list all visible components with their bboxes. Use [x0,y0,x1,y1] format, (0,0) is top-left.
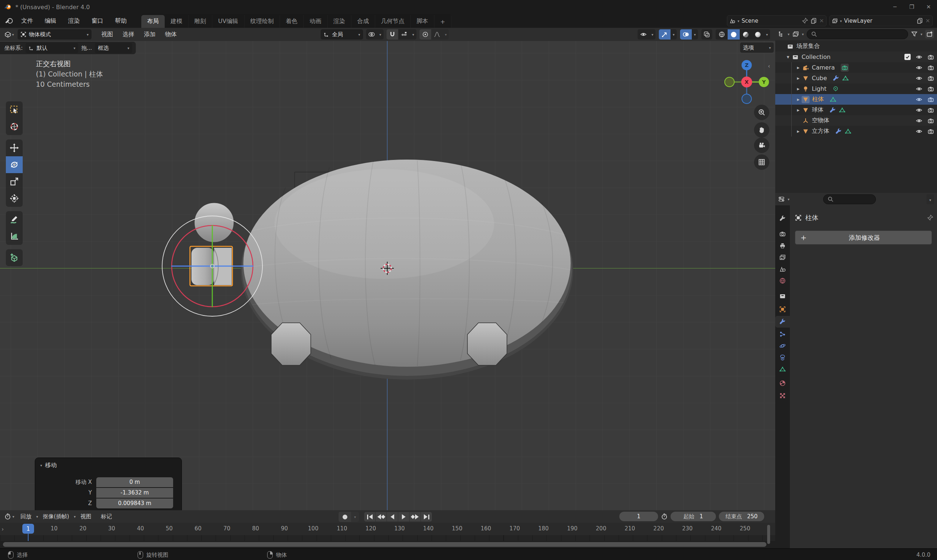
outliner-display-mode-icon[interactable] [778,31,785,37]
menu-keying[interactable]: 抠像(插帧) [38,510,74,523]
hide-eye-icon[interactable] [916,75,922,82]
properties-editor-icon[interactable] [778,196,785,202]
tool-rotate[interactable] [6,156,23,173]
sphere-object[interactable] [194,203,234,242]
item-label[interactable]: Cube [812,75,827,82]
tab-tool[interactable] [775,213,790,225]
disable-render-icon[interactable] [928,107,934,114]
item-label[interactable]: 球体 [812,106,823,114]
hide-eye-icon[interactable] [916,107,922,114]
outliner-row-scene-collection[interactable]: 场景集合 [775,41,937,52]
hide-eye-icon[interactable] [916,86,922,92]
disable-render-icon[interactable] [928,75,934,82]
menu-select[interactable]: 选择 [118,28,139,41]
shading-dropdown[interactable]: ▾ [764,29,770,40]
tab-compositing[interactable]: 合成 [351,15,375,28]
tool-scale[interactable] [6,173,23,190]
menu-file[interactable]: 文件 [15,14,39,28]
drag-mode-select[interactable]: 框选 ▾ [95,43,132,53]
properties-options-dropdown[interactable]: ▾ [926,194,934,204]
properties-search-input[interactable] [823,194,876,204]
disable-render-icon[interactable] [928,86,934,92]
filter-funnel-icon[interactable] [911,31,918,37]
tab-view-layer[interactable] [775,251,790,263]
menu-view[interactable]: 视图 [76,510,96,523]
falloff-dropdown[interactable] [431,29,443,40]
current-frame-field[interactable]: 1 [619,512,658,521]
mode-dropdown[interactable]: 物体模式 ▾ [18,29,91,40]
tab-object[interactable] [775,303,790,315]
tab-physics[interactable] [775,340,790,352]
snap-target-dropdown-chevron[interactable]: ▾ [410,29,417,40]
tool-move[interactable] [6,140,23,156]
disclosure-closed-icon[interactable]: ▶ [796,77,801,80]
tab-scene[interactable] [775,263,790,275]
leg-sphere-left[interactable] [271,323,311,365]
tab-animation[interactable]: 动画 [304,15,328,28]
item-label[interactable]: Light [812,85,826,92]
rotate-gizmo[interactable] [162,216,262,316]
collapse-icon[interactable]: ▾ [40,463,42,468]
item-label[interactable]: Collection [802,54,831,60]
breadcrumb-object-name[interactable]: 柱体 [805,213,819,222]
hide-eye-icon[interactable] [916,65,922,71]
outliner-row-cube[interactable]: ▶ Cube [775,73,937,83]
outliner-row-sphere[interactable]: ▶ 球体 [775,105,937,115]
zoom-button[interactable] [754,105,769,120]
outliner-row-empty[interactable]: 空物体 [775,115,937,126]
move-z-field[interactable]: 0.009843 m [96,498,173,508]
disclosure-closed-icon[interactable]: ▶ [796,108,801,112]
shading-rendered-button[interactable] [752,29,764,40]
disclosure-closed-icon[interactable]: ▶ [796,87,801,91]
timeline-tick-strip[interactable] [0,535,775,541]
axis-neg-y-ball[interactable] [725,77,734,87]
outliner-search-input[interactable] [807,29,908,39]
proportional-edit-toggle[interactable] [420,29,431,40]
tab-layout[interactable]: 布局 [141,15,165,28]
tool-cursor[interactable] [6,118,23,135]
outliner-row-camera[interactable]: ▶ Camera [775,62,937,73]
show-gizmo-toggle[interactable] [659,29,671,40]
timeline-ruler[interactable]: 1 › 102030405060708090100110120130140150… [0,523,775,535]
playhead[interactable]: 1 [22,524,34,534]
3d-viewport[interactable]: 坐标系: 默认 ▾ 拖... 框选 ▾ 选项 ▾ 正交右视图 (1) Colle… [0,41,775,510]
snap-toggle[interactable] [386,29,398,40]
outliner-row-collection[interactable]: ▼ Collection [775,52,937,62]
object-visibility-dropdown[interactable]: ▾ [638,29,655,40]
gizmo-dropdown[interactable]: ▾ [671,29,677,40]
tool-add-cube[interactable] [6,249,23,266]
frame-end-field[interactable]: 结束点 250 [719,512,764,521]
restore-button[interactable]: ❐ [903,2,920,12]
snap-target-dropdown[interactable] [398,29,410,40]
play-button[interactable] [398,512,409,522]
minimize-button[interactable]: ─ [886,2,903,12]
tab-material[interactable] [775,377,790,389]
menu-edit[interactable]: 编辑 [39,14,62,28]
disable-render-icon[interactable] [928,128,934,135]
item-label[interactable]: 立方体 [812,128,829,135]
pin-icon[interactable] [927,214,933,221]
tab-rendering[interactable]: 渲染 [328,15,351,28]
pivot-point-dropdown[interactable]: ▾ [366,29,383,40]
options-button[interactable]: 选项 ▾ [740,43,774,53]
tab-world[interactable] [775,275,790,286]
tab-particles[interactable] [775,328,790,340]
disclosure-open-icon[interactable]: ▼ [785,55,791,59]
tab-geometry-nodes[interactable]: 几何节点 [375,15,411,28]
navigation-axis-gizmo[interactable]: Z X Y [723,59,771,107]
tab-constraints[interactable] [775,352,790,363]
transform-orientation-dropdown[interactable]: 全局 ▾ [321,29,363,40]
scene-selector[interactable]: ▾ Scene ✕ [727,15,826,26]
app-menu-icon[interactable] [5,17,14,25]
camera-view-button[interactable] [754,138,769,153]
play-reverse-button[interactable] [387,512,398,522]
jump-to-end-button[interactable] [421,512,432,522]
perspective-toggle-button[interactable] [754,154,769,170]
next-keyframe-button[interactable] [409,512,420,522]
vertical-scrollbar[interactable] [767,525,770,544]
menu-add[interactable]: 添加 [139,28,160,41]
pin-icon[interactable] [802,18,808,24]
outliner-filter-display-icon[interactable] [792,31,799,37]
item-label[interactable]: 场景集合 [797,43,820,50]
shading-solid-button[interactable] [728,29,740,40]
